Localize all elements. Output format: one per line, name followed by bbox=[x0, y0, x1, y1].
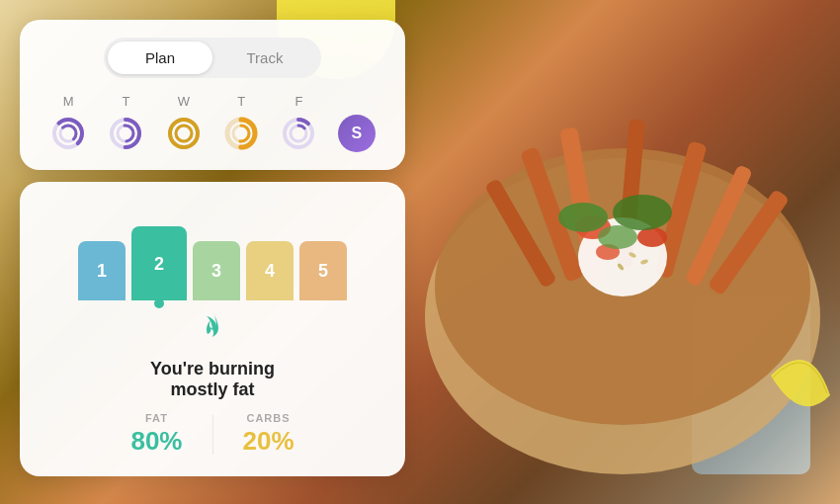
segment-4: 4 bbox=[246, 241, 294, 300]
svg-point-11 bbox=[637, 227, 667, 247]
day-label-f: F bbox=[294, 94, 302, 109]
day-friday[interactable]: F bbox=[280, 94, 317, 152]
day-label-t2: T bbox=[237, 94, 245, 109]
fat-value: 80% bbox=[130, 426, 182, 457]
food-svg bbox=[395, 0, 840, 504]
day-label-s: S bbox=[352, 94, 361, 109]
ring-f bbox=[280, 115, 317, 152]
fat-macro: FAT 80% bbox=[130, 412, 182, 457]
burn-card: 1 2 3 4 5 bbox=[20, 182, 405, 476]
svg-point-14 bbox=[613, 195, 672, 230]
ring-m bbox=[49, 115, 87, 152]
track-tab[interactable]: Track bbox=[212, 42, 317, 74]
macro-row: FAT 80% CARBS 20% bbox=[130, 412, 294, 457]
fat-label: FAT bbox=[145, 412, 168, 424]
day-label-w: W bbox=[178, 94, 190, 109]
plan-tab[interactable]: Plan bbox=[108, 42, 212, 74]
segment-1: 1 bbox=[78, 241, 126, 300]
ui-overlay: Plan Track M T bbox=[0, 0, 425, 504]
day-monday[interactable]: M bbox=[49, 94, 87, 152]
carbs-value: 20% bbox=[243, 426, 294, 457]
svg-point-30 bbox=[176, 126, 192, 141]
segment-3-number: 3 bbox=[211, 261, 221, 282]
svg-point-15 bbox=[598, 225, 637, 249]
plan-track-card: Plan Track M T bbox=[20, 20, 405, 170]
burn-title: You're burningmostly fat bbox=[150, 359, 275, 400]
day-tuesday[interactable]: T bbox=[107, 94, 144, 152]
svg-point-13 bbox=[558, 203, 608, 232]
segment-4-number: 4 bbox=[265, 261, 275, 282]
segment-1-number: 1 bbox=[97, 261, 107, 282]
svg-point-28 bbox=[170, 120, 198, 147]
segment-5: 5 bbox=[299, 241, 347, 300]
macro-divider bbox=[212, 415, 213, 455]
day-thursday[interactable]: T bbox=[222, 94, 260, 152]
segment-3: 3 bbox=[193, 241, 240, 300]
burn-meter: 1 2 3 4 5 bbox=[74, 202, 351, 300]
day-wednesday[interactable]: W bbox=[165, 94, 203, 152]
ring-w bbox=[165, 115, 203, 152]
active-indicator bbox=[154, 298, 164, 308]
arc-segments: 1 2 3 4 5 bbox=[74, 202, 351, 300]
segment-2: 2 bbox=[131, 226, 187, 300]
ring-t2 bbox=[222, 115, 260, 152]
flame-icon bbox=[197, 310, 228, 353]
day-label-t1: T bbox=[123, 94, 130, 109]
tab-toggle: Plan Track bbox=[104, 38, 321, 78]
day-saturday[interactable]: S S bbox=[338, 94, 376, 152]
segment-5-number: 5 bbox=[318, 261, 328, 282]
days-row: M T W bbox=[40, 94, 385, 152]
carbs-macro: CARBS 20% bbox=[243, 412, 294, 457]
ring-t1 bbox=[107, 115, 144, 152]
segment-2-number: 2 bbox=[154, 253, 164, 274]
user-avatar[interactable]: S bbox=[338, 115, 376, 152]
carbs-label: CARBS bbox=[246, 412, 290, 424]
day-label-m: M bbox=[63, 94, 74, 109]
